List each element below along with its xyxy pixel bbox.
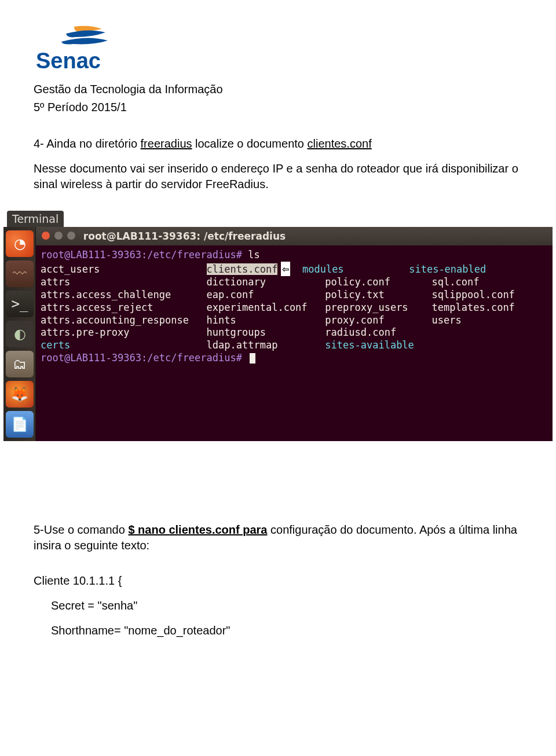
firefox-icon: 🦊 [6,381,34,408]
step5-u1: $ nano clientes.conf para [128,523,267,536]
step5-text: 5-Use o comando $ nano clientes.conf par… [34,522,522,553]
window-minimize-icon [54,232,63,240]
ubuntu-launcher: ◔ 〰 >_ ◐ 🗂 🦊 📄 [3,227,36,441]
svg-text:Senac: Senac [36,49,101,73]
files-icon: 🗂 [6,351,34,377]
code-line-1: Cliente 10.1.1.1 { [34,573,522,589]
window-close-icon [42,232,50,240]
terminal-icon: >_ [6,291,34,317]
document-icon: 📄 [6,411,34,438]
header-line-2: 5º Período 2015/1 [34,100,522,115]
step4-u1: freeradius [141,137,192,150]
terminal-top-label: Terminal [7,211,64,227]
embedded-terminal-screenshot: Terminal ◔ 〰 >_ ◐ 🗂 🦊 📄 root@LAB111-3936… [3,211,553,441]
window-maximize-icon [67,232,75,240]
step4-u2: clientes.conf [308,137,372,150]
step4-pre: 4- Ainda no diretório [34,137,141,150]
code-line-3: Shorthname= "nome_do_roteador" [51,623,522,638]
ubuntu-dash-icon: ◔ [6,230,34,257]
eclipse-icon: ◐ [6,321,34,347]
terminal-titlebar: root@LAB111-39363: /etc/freeradius [36,227,553,245]
step4-para: Nesse documento vai ser inserido o ender… [34,161,522,192]
step5-pre: 5-Use o comando [34,523,128,536]
terminal-body: root@LAB111-39363:/etc/freeradius# ls ac… [36,245,553,399]
senac-logo: Senac [34,23,522,77]
terminal-title: root@LAB111-39363: /etc/freeradius [83,230,286,242]
code-line-2: Secret = "senha" [51,598,522,614]
header-line-1: Gestão da Tecnologia da Informação [34,82,522,97]
step4-title: 4- Ainda no diretório freeradius localiz… [34,136,522,152]
launcher-app-icon: 〰 [6,260,34,287]
step4-mid: localize o documento [192,137,308,150]
